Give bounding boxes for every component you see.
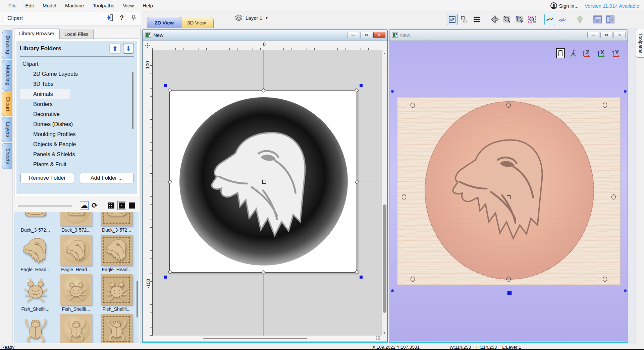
menu-machine[interactable]: Machine [61, 0, 89, 11]
minimize-button[interactable]: — [347, 32, 359, 38]
snap-settings-button[interactable] [459, 14, 470, 25]
selection-handle-w[interactable] [168, 180, 172, 184]
large-thumbnails-button[interactable] [128, 201, 137, 210]
sidebar-tab-toolpaths[interactable]: Toolpaths [636, 29, 644, 58]
selection-blue-marker[interactable] [164, 84, 167, 87]
folder-item-plants-fruit[interactable]: Plants & Fruit [20, 159, 134, 169]
clipart-thumbnail[interactable]: Frog_2-581... [57, 312, 95, 343]
side-view-x-button[interactable]: X [596, 48, 608, 58]
add-folder-button[interactable]: Add Folder ... [80, 173, 133, 183]
clipart-thumbnail[interactable]: Duck_3-572... [57, 212, 95, 233]
small-thumbnails-button[interactable] [107, 201, 116, 210]
selection-blue-dot[interactable] [624, 289, 627, 292]
fit-to-material-button[interactable] [447, 14, 458, 25]
clipart-thumbnail[interactable]: Eagle_Head... [16, 233, 55, 272]
window-2d-titlebar[interactable]: New — ✕ [143, 30, 387, 41]
selection-center-handle[interactable] [262, 180, 266, 184]
sidebar-tab-drawing[interactable]: Drawing [2, 31, 12, 59]
sidebar-tab-sheets[interactable]: Sheets [2, 143, 12, 169]
thumbnail-scrollbar[interactable] [136, 212, 139, 343]
selection-blue-marker[interactable] [360, 84, 363, 87]
selection-blue-dot[interactable] [391, 90, 394, 93]
scrollbar-thumb[interactable] [203, 338, 307, 339]
selection-handle-s[interactable] [506, 277, 511, 282]
vertical-scrollbar-2d[interactable]: ▲ ▼ [381, 50, 387, 336]
selection-handle-s[interactable] [261, 270, 266, 274]
version-update-link[interactable]: Version 11.014 Available! [585, 3, 641, 9]
clipart-thumbnail[interactable]: Eagle_Head... [97, 233, 136, 272]
folder-list-scrollbar[interactable] [131, 59, 134, 169]
menu-edit[interactable]: Edit [21, 0, 38, 11]
folder-item-panels-shields[interactable]: Panels & Shields [20, 149, 134, 159]
menu-file[interactable]: File [4, 0, 21, 11]
selection-blue-marker[interactable] [360, 276, 363, 279]
tab-3d-view[interactable]: 3D View [179, 17, 214, 28]
clipart-thumbnail[interactable]: Frog_2-581... [97, 312, 136, 343]
tile-windows-horizontal-button[interactable] [592, 14, 603, 25]
eagle-relief-3d[interactable] [447, 118, 557, 255]
panel-drag-handle[interactable] [2, 14, 4, 23]
menu-toolpaths[interactable]: Toolpaths [89, 0, 119, 11]
canvas-2d[interactable] [152, 50, 381, 336]
grid-toggle-button[interactable] [472, 14, 482, 25]
remove-folder-button[interactable]: Remove Folder [20, 173, 74, 183]
selection-handle-sw[interactable] [411, 277, 415, 282]
medium-thumbnails-button[interactable] [117, 201, 126, 210]
menu-model[interactable]: Model [38, 0, 61, 11]
tab-local-files[interactable]: Local Files [59, 29, 94, 39]
selection-handle-ne[interactable] [355, 88, 359, 93]
folder-item-animals[interactable]: Animals [20, 89, 70, 99]
restore-button[interactable] [600, 32, 612, 38]
move-folder-up-button[interactable]: ⬆ [109, 44, 121, 54]
folder-item-decorative[interactable]: Decorative [20, 109, 134, 119]
selection-handle-nw[interactable] [411, 103, 415, 108]
folder-item-clipart[interactable]: Clipart [20, 59, 134, 69]
folder-item-domes-dishes[interactable]: Domes (Dishes) [20, 119, 134, 129]
selection-anchor-blue-square[interactable] [507, 291, 512, 295]
help-button[interactable]: ? [117, 13, 126, 22]
side-view-y-button[interactable]: Y [611, 48, 623, 58]
resize-grip[interactable] [376, 336, 381, 341]
menu-help[interactable]: Help [138, 0, 157, 11]
tab-library-browser[interactable]: Library Browser [14, 28, 59, 39]
selection-handle-sw[interactable] [168, 270, 172, 274]
folder-item-moulding-profiles[interactable]: Moulding Profiles [20, 129, 134, 139]
sidebar-tab-modeling[interactable]: Modeling [2, 60, 12, 91]
cloud-library-button[interactable]: ☁ [80, 201, 89, 210]
selection-center-handle[interactable] [507, 195, 511, 199]
selection-handle-se[interactable] [355, 270, 359, 274]
selection-blue-dot[interactable] [391, 289, 394, 292]
pin-panel-button[interactable] [129, 13, 138, 22]
close-button[interactable]: ✕ [613, 32, 626, 38]
clipart-thumbnail[interactable]: Duck_3-572... [97, 212, 136, 233]
canvas-3d[interactable]: z Z X Y [390, 41, 627, 341]
window-3d-titlebar[interactable]: New — ✕ [389, 30, 628, 41]
tab-2d-view[interactable]: 2D View [147, 17, 181, 28]
zoom-interactive-button[interactable] [502, 14, 513, 25]
clipart-thumbnail[interactable]: Duck_3-572... [16, 212, 55, 233]
scroll-down-arrow[interactable]: ▼ [382, 330, 387, 336]
clipart-thumbnail[interactable]: Fish_Shellfi... [97, 272, 136, 312]
toggle-2d-curve-visibility-button[interactable] [544, 14, 555, 25]
selection-handle-ne[interactable] [603, 103, 607, 108]
folder-item-2d-game-layouts[interactable]: 2D Game Layouts [20, 69, 134, 79]
selection-blue-marker[interactable] [164, 276, 167, 279]
minimize-button[interactable]: — [587, 32, 599, 38]
scrollbar-thumb[interactable] [383, 205, 386, 313]
restore-button[interactable] [360, 32, 372, 38]
folder-item-3d-tabs[interactable]: 3D Tabs [20, 79, 134, 89]
selection-handle-e[interactable] [611, 194, 616, 199]
selection-blue-dot[interactable] [624, 90, 627, 93]
close-button[interactable]: ✕ [373, 32, 385, 38]
folder-item-objects-people[interactable]: Objects & People [20, 139, 134, 149]
preview-3d-disabled-button[interactable] [575, 14, 585, 25]
scroll-up-arrow[interactable]: ▲ [382, 50, 387, 56]
clipart-thumbnail[interactable]: Eagle_Head... [57, 233, 95, 272]
clipart-thumbnail[interactable]: Fish_Shellfi... [57, 272, 95, 312]
material-sheet-2d[interactable] [169, 90, 357, 273]
sidebar-tab-clipart[interactable]: Clipart [2, 92, 12, 116]
selection-handle-w[interactable] [402, 194, 406, 199]
layer-selector[interactable]: Layer 1 ▼ [235, 14, 268, 21]
selection-handle-n[interactable] [261, 88, 266, 93]
tile-windows-vertical-button[interactable] [605, 14, 615, 25]
